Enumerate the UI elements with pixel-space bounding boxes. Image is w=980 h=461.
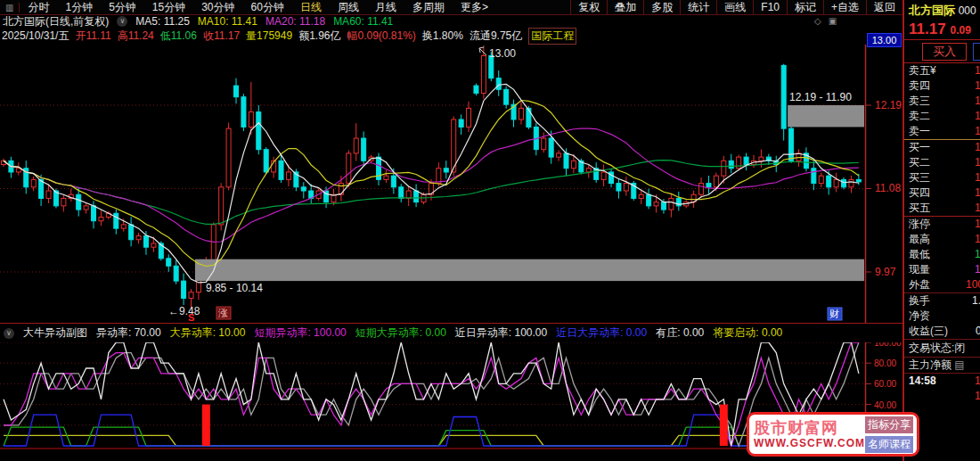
window-icon[interactable]: ▣ [829,16,837,26]
candle-body [647,194,651,206]
stat2-0[interactable]: 换手1. [904,293,980,309]
panel-trade-buttons: 买入卖出 [904,40,980,62]
stat-4[interactable]: 外盘100 [904,277,980,292]
ask-level-5[interactable]: 卖五¥1 [904,63,980,78]
candle-body [114,213,118,228]
axis-max-label: 13.00 [867,33,902,47]
bid-level-2[interactable]: 买二1 [904,155,980,170]
candle-body [481,55,486,93]
ohlc-segment-9: 流通9.75亿 [470,29,522,44]
indicator-value-6: 有庄: 0.00 [656,325,704,341]
candle-body [744,157,748,164]
bid-level-3[interactable]: 买三1 [904,170,980,185]
toolbar-item-复权[interactable]: 复权 [570,0,607,14]
diamond-icon[interactable]: ◇ [814,16,821,26]
candle-body [759,157,764,161]
bid-level-3-value: 1 [975,170,980,185]
menu-item-1分钟[interactable]: 1分钟 [57,0,101,15]
menu-item-15分钟[interactable]: 15分钟 [144,0,193,15]
chart-header-row: 北方国际(日线,前复权)∨MA5: 11.25MA10: 11.41MA20: … [0,15,905,28]
stat2-1[interactable]: 净资 [904,309,980,324]
stat-1-value: 1 [975,232,980,247]
candle-body [527,108,531,127]
ma-value-0: MA5: 11.25 [135,15,189,28]
toolbar-item-+自选[interactable]: +自选 [823,0,866,14]
stat-2[interactable]: 最低1 [904,247,980,262]
stat2-2[interactable]: 收益(三)0 [904,324,980,339]
candle-body [46,191,51,198]
bid-level-3-label: 买三 [909,171,930,184]
ask-level-4-label: 卖四 [909,79,930,92]
gap-zone-label: 12.19 - 11.90 [789,91,852,103]
subchart-collapse-chevron-icon[interactable]: ∨ [4,328,14,339]
time-row[interactable]: 14:581 [904,374,980,389]
toolbar-item-多股[interactable]: 多股 [643,0,680,14]
sub-axis-label: 80.00 [874,358,896,368]
candle-body [249,112,253,128]
candle-body [31,179,36,186]
app-icon[interactable]: ▥ [0,3,20,12]
stat-0[interactable]: 涨停1 [904,217,980,232]
menu-item-月线[interactable]: 月线 [367,0,404,15]
candle-body [601,172,606,179]
candle-body [474,86,478,93]
menu-item-多周期[interactable]: 多周期 [404,0,453,15]
bid-level-4-label: 买四 [909,186,930,199]
candle-body [174,266,178,281]
ma-value-2: MA20: 11.18 [265,15,325,28]
stat-3-label: 现量 [909,263,930,276]
ask-level-5-label: 卖五¥ [909,64,936,77]
quote-panel: 北方国际 00011.170.09买入卖出卖五¥1卖四1卖三1卖二1卖一1买一1… [902,0,980,461]
ask-level-3[interactable]: 卖三1 [904,94,980,109]
buy-button[interactable]: 买入 [922,43,967,61]
candle-body [384,176,388,179]
duanqi-yidonglv-line [4,342,859,446]
ohlc-segment-5: 量175949 [246,29,292,44]
ask-level-1[interactable]: 卖一1 [904,124,980,139]
main-net-amount[interactable]: 主力净额 ▤ [904,358,980,373]
candle-body [414,191,419,202]
trade-status: 交易状态:闭 [904,340,980,357]
sell-button[interactable]: 卖出 [973,43,980,61]
candle-body [241,97,246,128]
candle-body [143,236,148,248]
main-chart[interactable]: 12.19 - 11.909.85 - 10.1412.1911.089.971… [0,45,902,323]
axis-label: 9.97 [875,266,896,278]
menu-item-分时[interactable]: 分时 [20,0,57,15]
stat-3[interactable]: 现量1 [904,262,980,277]
bid-level-1[interactable]: 买一1 [904,140,980,155]
extra-row[interactable]: 1 [904,389,980,404]
sub-chart-header: ∨大牛异动副图异动率: 70.00大异动率: 10.00短期异动率: 100.0… [0,323,902,342]
toolbar-item-F10[interactable]: F10 [753,0,787,14]
toolbar-item-统计[interactable]: 统计 [680,0,716,14]
menu-item-60分钟[interactable]: 60分钟 [243,0,292,15]
stat2-1-label: 净资 [909,309,930,322]
toolbar-item-叠加[interactable]: 叠加 [607,0,643,14]
candle-body [669,198,674,210]
toolbar-item-返回[interactable]: 返回 [866,0,902,14]
toolbar-item-画线[interactable]: 画线 [716,0,753,14]
menu-item-更多>[interactable]: 更多> [453,0,496,15]
bid-level-5[interactable]: 买五1 [904,201,980,216]
list-icon[interactable]: ▤ [954,358,964,371]
menu-item-日线[interactable]: 日线 [292,0,330,15]
candle-body [827,176,831,187]
bid-level-4[interactable]: 买四1 [904,185,980,201]
menu-item-周线[interactable]: 周线 [330,0,367,15]
collapse-chevron-icon[interactable]: ∨ [117,16,127,27]
bid-level-5-label: 买五 [909,202,930,214]
stat-1[interactable]: 最高1 [904,232,980,247]
bid-level-4-value: 1 [975,185,980,201]
candle-body [167,259,171,266]
stat-4-label: 外盘 [909,278,930,291]
indicator-value-4: 近日异动率: 100.00 [455,325,547,341]
candle-body [437,169,441,184]
toolbar-item-标记[interactable]: 标记 [787,0,823,14]
menu-item-30分钟[interactable]: 30分钟 [193,0,242,15]
ask-level-2[interactable]: 卖二1 [904,109,980,124]
ask-level-4[interactable]: 卖四1 [904,78,980,94]
candle-body [92,206,96,221]
candle-body [459,119,463,127]
cai-chip-label: 财 [829,309,839,319]
menu-item-5分钟[interactable]: 5分钟 [101,0,144,15]
